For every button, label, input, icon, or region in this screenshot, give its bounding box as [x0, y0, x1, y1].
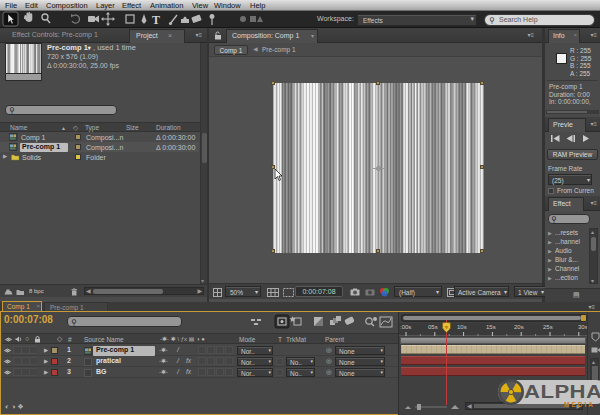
svg-text:T: T [152, 13, 160, 27]
svg-text:ALPHA: ALPHA [524, 380, 600, 401]
svg-text:MEDIA: MEDIA [564, 401, 595, 408]
